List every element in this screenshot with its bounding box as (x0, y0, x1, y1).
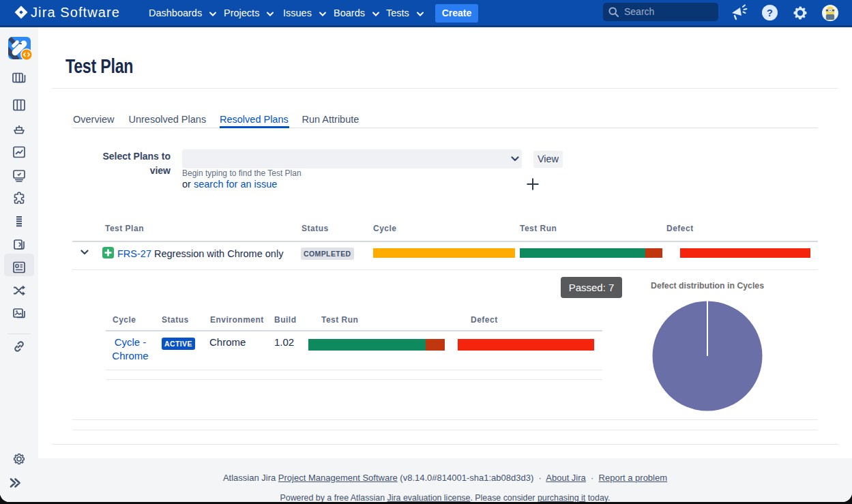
svg-text:?: ? (767, 8, 773, 18)
